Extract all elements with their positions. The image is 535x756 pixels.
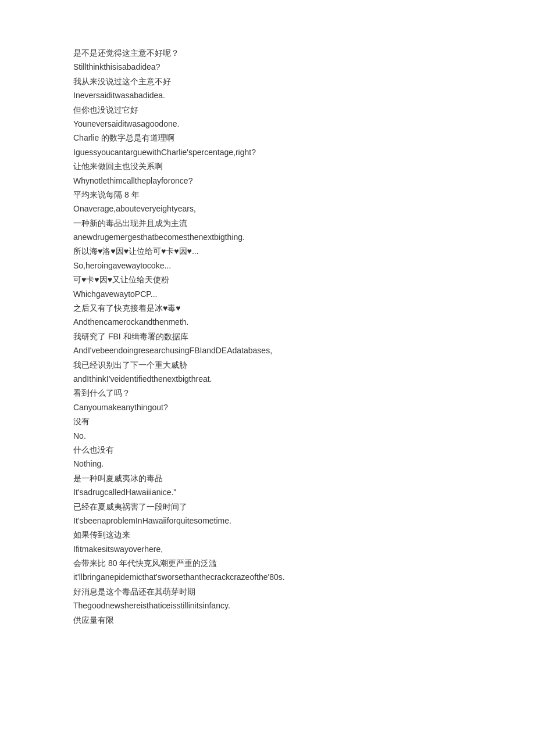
text-line-0: 是不是还觉得这主意不好呢？ <box>73 46 462 59</box>
text-line-17: WhichgavewaytoPCP... <box>73 288 462 300</box>
text-line-32: 已经在夏威夷祸害了一段时间了 <box>73 500 462 513</box>
text-line-3: Ineversaiditwasabadidea. <box>73 89 462 102</box>
text-line-14: 所以海♥洛♥因♥让位给可♥卡♥因♥... <box>73 245 462 257</box>
text-line-26: 没有 <box>73 415 462 428</box>
text-line-21: AndI'vebeendoingresearchusingFBIandDEAda… <box>73 344 462 357</box>
text-line-33: It'sbeenaproblemInHawaiiforquitesometime… <box>73 514 462 527</box>
text-line-31: It'sadrugcalledHawaiiianice." <box>73 486 462 499</box>
text-line-13: anewdrugemergesthatbecomesthenextbigthin… <box>73 231 462 243</box>
text-line-38: 好消息是这个毒品还在其萌芽时期 <box>73 585 462 598</box>
text-line-11: Onaverage,abouteveryeightyears, <box>73 202 462 215</box>
text-line-4: 但你也没说过它好 <box>73 103 462 116</box>
text-line-35: Ifitmakesitswayoverhere, <box>73 543 462 556</box>
text-line-40: 供应量有限 <box>73 614 462 626</box>
text-line-25: Canyoumakeanythingout? <box>73 401 462 414</box>
text-line-29: Nothing. <box>73 457 462 470</box>
text-line-30: 是一种叫夏威夷冰的毒品 <box>73 472 462 485</box>
text-line-7: IguessyoucantarguewithCharlie'spercentag… <box>73 146 462 159</box>
text-line-36: 会带来比 80 年代快克风潮更严重的泛滥 <box>73 557 462 569</box>
text-line-18: 之后又有了快克接着是冰♥毒♥ <box>73 302 462 314</box>
text-line-20: 我研究了 FBI 和缉毒署的数据库 <box>73 330 462 343</box>
text-line-2: 我从来没说过这个主意不好 <box>73 75 462 88</box>
text-line-9: Whynotlethimcalltheplayforonce? <box>73 174 462 187</box>
text-line-1: Stillthinkthisisabadidea? <box>73 60 462 73</box>
text-line-8: 让他来做回主也没关系啊 <box>73 160 462 173</box>
content-area: 是不是还觉得这主意不好呢？Stillthinkthisisabadidea?我从… <box>73 46 462 626</box>
text-line-39: Thegoodnewshereisthaticeisstillinitsinfa… <box>73 599 462 612</box>
text-line-23: andIthinkI'veidentifiedthenextbigthreat. <box>73 372 462 385</box>
text-line-6: Charlie 的数字总是有道理啊 <box>73 131 462 144</box>
text-line-12: 一种新的毒品出现并且成为主流 <box>73 217 462 230</box>
text-line-28: 什么也没有 <box>73 443 462 456</box>
text-line-16: 可♥卡♥因♥又让位给天使粉 <box>73 273 462 286</box>
text-line-34: 如果传到这边来 <box>73 528 462 541</box>
text-line-5: Youneversaiditwasagoodone. <box>73 117 462 130</box>
text-line-27: No. <box>73 429 462 442</box>
text-line-19: Andthencamerockandthenmeth. <box>73 316 462 328</box>
text-line-37: it'llbringanepidemicthat'sworsethanthecr… <box>73 571 462 583</box>
text-line-15: So,heroingavewaytocoke... <box>73 259 462 272</box>
text-line-24: 看到什么了吗？ <box>73 386 462 399</box>
text-line-10: 平均来说每隔 8 年 <box>73 188 462 201</box>
text-line-22: 我已经识别出了下一个重大威胁 <box>73 359 462 371</box>
